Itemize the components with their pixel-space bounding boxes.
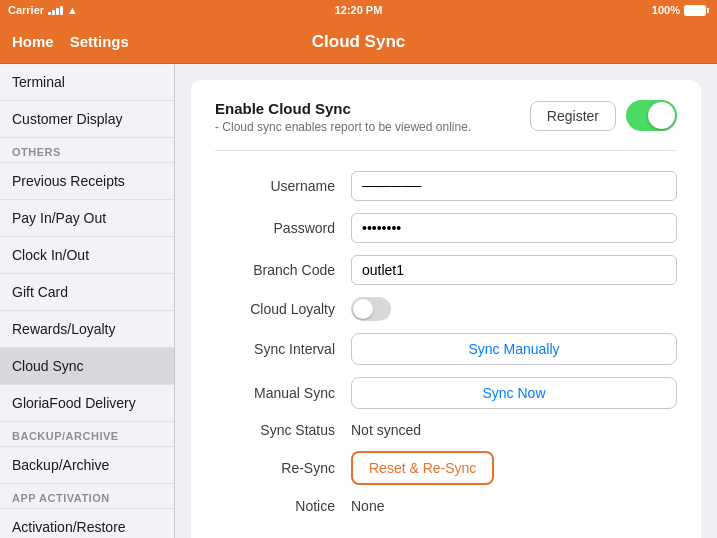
branch-code-label: Branch Code xyxy=(215,262,335,278)
battery-section: 100% xyxy=(652,4,709,16)
username-row: Username xyxy=(215,171,677,201)
sidebar: Terminal Customer Display OTHERS Previou… xyxy=(0,64,175,538)
password-row: Password xyxy=(215,213,677,243)
settings-card: Enable Cloud Sync - Cloud sync enables r… xyxy=(191,80,701,538)
carrier-label: Carrier xyxy=(8,4,44,16)
password-input[interactable] xyxy=(351,213,677,243)
sync-status-value: Not synced xyxy=(351,416,421,444)
wifi-icon: ▲ xyxy=(67,4,78,16)
enable-cloud-sync-text: Enable Cloud Sync - Cloud sync enables r… xyxy=(215,100,471,134)
sync-manually-button[interactable]: Sync Manually xyxy=(351,333,677,365)
sidebar-section-others: OTHERS xyxy=(0,138,174,163)
manual-sync-label: Manual Sync xyxy=(215,385,335,401)
manual-sync-row: Manual Sync Sync Now xyxy=(215,377,677,409)
sidebar-item-cloud-sync[interactable]: Cloud Sync xyxy=(0,348,174,385)
sidebar-item-pay-in-out[interactable]: Pay In/Pay Out xyxy=(0,200,174,237)
settings-nav-button[interactable]: Settings xyxy=(70,33,129,50)
enable-cloud-sync-description: - Cloud sync enables report to be viewed… xyxy=(215,120,471,134)
sync-status-row: Sync Status Not synced xyxy=(215,421,677,439)
battery-icon xyxy=(684,5,709,16)
register-button[interactable]: Register xyxy=(530,101,616,131)
toggle-knob xyxy=(648,102,675,129)
re-sync-row: Re-Sync Reset & Re-Sync xyxy=(215,451,677,485)
sync-status-label: Sync Status xyxy=(215,422,335,438)
notice-value: None xyxy=(351,492,384,520)
cloud-loyalty-toggle-knob xyxy=(353,299,373,319)
sidebar-section-app-activation: APP ACTIVATION xyxy=(0,484,174,509)
enable-cloud-sync-controls: Register xyxy=(530,100,677,131)
nav-bar: Home Settings Cloud Sync xyxy=(0,20,717,64)
sync-now-button[interactable]: Sync Now xyxy=(351,377,677,409)
cloud-loyalty-toggle[interactable] xyxy=(351,297,391,321)
branch-code-input[interactable] xyxy=(351,255,677,285)
username-label: Username xyxy=(215,178,335,194)
sidebar-item-gloriafood[interactable]: GloriaFood Delivery xyxy=(0,385,174,422)
battery-label: 100% xyxy=(652,4,680,16)
content-area: Enable Cloud Sync - Cloud sync enables r… xyxy=(175,64,717,538)
signal-icon xyxy=(48,6,63,15)
enable-cloud-sync-title: Enable Cloud Sync xyxy=(215,100,471,117)
notice-label: Notice xyxy=(215,498,335,514)
cloud-loyalty-label: Cloud Loyalty xyxy=(215,301,335,317)
sidebar-item-clock-in-out[interactable]: Clock In/Out xyxy=(0,237,174,274)
main-layout: Terminal Customer Display OTHERS Previou… xyxy=(0,64,717,538)
notice-row: Notice None xyxy=(215,497,677,515)
sidebar-item-backup-archive[interactable]: Backup/Archive xyxy=(0,447,174,484)
cloud-loyalty-row: Cloud Loyalty xyxy=(215,297,677,321)
status-time: 12:20 PM xyxy=(335,4,383,16)
sidebar-item-rewards-loyalty[interactable]: Rewards/Loyalty xyxy=(0,311,174,348)
username-input[interactable] xyxy=(351,171,677,201)
re-sync-label: Re-Sync xyxy=(215,460,335,476)
branch-code-row: Branch Code xyxy=(215,255,677,285)
sync-interval-row: Sync Interval Sync Manually xyxy=(215,333,677,365)
sidebar-item-activation-restore[interactable]: Activation/Restore xyxy=(0,509,174,538)
page-title: Cloud Sync xyxy=(312,32,406,52)
sidebar-item-gift-card[interactable]: Gift Card xyxy=(0,274,174,311)
sidebar-item-terminal[interactable]: Terminal xyxy=(0,64,174,101)
status-bar: Carrier ▲ 12:20 PM 100% xyxy=(0,0,717,20)
reset-resync-button[interactable]: Reset & Re-Sync xyxy=(351,451,494,485)
enable-cloud-sync-row: Enable Cloud Sync - Cloud sync enables r… xyxy=(215,100,677,151)
sidebar-section-backup: BACKUP/ARCHIVE xyxy=(0,422,174,447)
cloud-sync-toggle[interactable] xyxy=(626,100,677,131)
sidebar-item-customer-display[interactable]: Customer Display xyxy=(0,101,174,138)
sidebar-item-previous-receipts[interactable]: Previous Receipts xyxy=(0,163,174,200)
home-nav-button[interactable]: Home xyxy=(12,33,54,50)
password-label: Password xyxy=(215,220,335,236)
sync-interval-label: Sync Interval xyxy=(215,341,335,357)
